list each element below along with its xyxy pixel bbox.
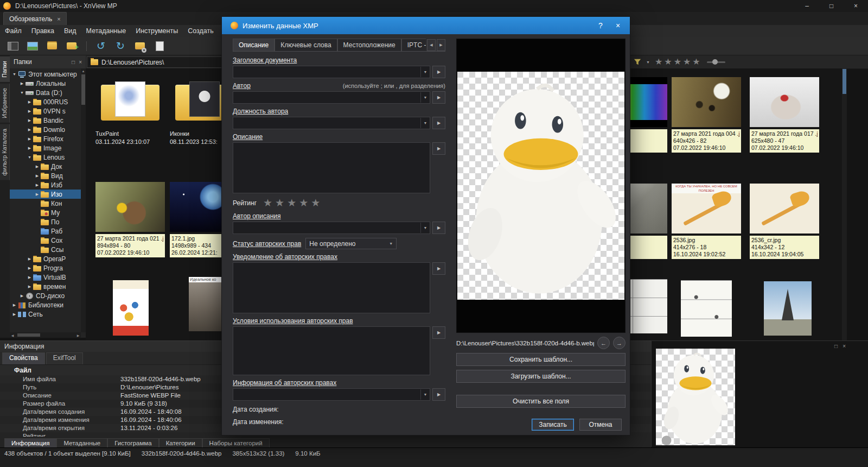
author-title-input[interactable]: ▼ — [233, 117, 430, 129]
previous-file-button[interactable]: ← — [597, 337, 610, 349]
thumbnail-item[interactable]: 27 марта 2021 года 021 .jpg 894x894 - 80… — [95, 182, 165, 257]
filter-dropdown-icon[interactable]: ▼ — [646, 60, 650, 64]
menu-item[interactable]: Метаданные — [81, 25, 131, 37]
rating-stars[interactable]: ★★★★★ — [263, 198, 323, 209]
doc-title-input[interactable]: ▼ — [233, 66, 430, 78]
thumbnail-size-slider[interactable] — [707, 61, 725, 63]
copyright-notice-action-button[interactable]: ▶ — [432, 262, 445, 275]
redo-icon[interactable]: ↻ — [113, 39, 127, 53]
tree-vertical-scrollbar[interactable]: ▲ — [81, 68, 86, 332]
tree-item[interactable]: ▶ Progra — [10, 263, 81, 273]
thumbnail-image[interactable] — [750, 77, 819, 127]
bottom-panel-tab[interactable]: Гистограмма — [107, 438, 158, 447]
dropdown-arrow-icon[interactable]: ▼ — [420, 92, 430, 103]
tree-item[interactable]: ▶ 0VPN s — [10, 106, 81, 116]
expander-icon[interactable]: ▶ — [27, 257, 33, 261]
clipboard-icon[interactable] — [152, 39, 167, 53]
dropdown-arrow-icon[interactable]: ▼ — [420, 389, 430, 400]
expander-icon[interactable]: ▶ — [11, 303, 17, 307]
tree-item[interactable]: ▶ 000RUS — [10, 97, 81, 106]
thumbnail-item[interactable]: 255.jpg :05 — [629, 184, 667, 259]
tree-item[interactable]: ▶ Локальны — [10, 79, 81, 88]
tab-close-icon[interactable]: × — [57, 16, 60, 22]
expander-icon[interactable]: ▶ — [27, 275, 33, 280]
bottom-panel-tab[interactable]: Метаданные — [56, 438, 107, 447]
dialog-close-button[interactable]: × — [611, 21, 624, 30]
menu-item[interactable]: Инструменты — [131, 25, 183, 37]
tab-scroll-right-button[interactable]: ▶ — [437, 39, 445, 51]
expander-icon[interactable]: ▼ — [27, 155, 33, 159]
author-input[interactable]: ▼ — [233, 91, 430, 104]
tree-item[interactable]: ▶ CD-диско — [10, 291, 81, 300]
tree-item[interactable]: ▶ VirtualB — [10, 273, 81, 282]
copyright-terms-label[interactable]: Условия использования авторских прав — [233, 317, 445, 325]
panel-float-icon[interactable]: □ — [72, 59, 75, 65]
thumbnail-item[interactable]: :46 — [629, 77, 667, 153]
side-tab[interactable]: фильтр Каталога — [0, 124, 10, 180]
expander-icon[interactable]: ▶ — [34, 183, 40, 187]
tab-scroll-left-button[interactable]: ◀ — [427, 39, 436, 51]
menu-item[interactable]: Вид — [59, 25, 81, 37]
bottom-panel-tab[interactable]: Категории — [159, 438, 202, 447]
thumbnail-image[interactable] — [113, 280, 149, 336]
tree-item[interactable]: ▶ Док — [10, 162, 81, 171]
expander-icon[interactable]: ▼ — [19, 91, 25, 94]
author-action-button[interactable]: ▶ — [432, 91, 445, 104]
expander-icon[interactable]: ▶ — [27, 137, 33, 141]
description-action-button[interactable]: ▶ — [432, 142, 445, 155]
copyright-info-action-button[interactable]: ▶ — [432, 388, 445, 401]
thumbnail-item[interactable]: 27 марта 2021 года 017 .jpg 625x480 - 47… — [750, 77, 819, 153]
side-tab[interactable]: Избранное — [0, 84, 10, 123]
folder-tree-icon[interactable] — [45, 39, 59, 53]
thumbnail-image[interactable]: КОГДА ТЫ УНИКАЛЕН, НО НЕ СОВСЕМ ПОЛЕЗЕН — [672, 184, 741, 234]
caption-writer-input[interactable]: ▼ — [233, 222, 430, 234]
tab-browser[interactable]: Обозреватель × — [3, 12, 67, 25]
minimize-button[interactable]: – — [795, 0, 819, 12]
tree-item[interactable]: ▶ Bandic — [10, 116, 81, 125]
tree-item[interactable]: Раб — [10, 226, 81, 236]
tree-item[interactable]: ▶ Firefox — [10, 134, 81, 143]
folder-settings-icon[interactable] — [133, 39, 147, 53]
browser-vertical-scrollbar[interactable] — [842, 68, 847, 340]
expander-icon[interactable]: ▶ — [27, 118, 33, 123]
bottom-panel-tab[interactable]: Информация — [4, 438, 56, 447]
maximize-button[interactable]: □ — [819, 0, 844, 12]
expander-icon[interactable]: ▶ — [27, 285, 33, 289]
expander-icon[interactable]: ▶ — [27, 146, 33, 150]
dropdown-arrow-icon[interactable]: ▼ — [420, 67, 430, 77]
tree-item[interactable]: Му — [10, 208, 81, 217]
toolbar-separator[interactable] — [84, 39, 88, 53]
thumbnail-image[interactable] — [750, 184, 819, 234]
thumbnail-item[interactable]: КОГДА ТЫ УНИКАЛЕН, НО НЕ СОВСЕМ ПОЛЕЗЕН … — [672, 184, 741, 259]
thumbnail-image[interactable] — [672, 77, 741, 127]
side-tab[interactable]: Папки — [0, 56, 10, 82]
copyright-terms-action-button[interactable]: ▶ — [432, 326, 445, 339]
menu-item[interactable]: Правка — [27, 25, 59, 37]
expander-icon[interactable]: ▶ — [19, 294, 25, 298]
scroll-left-icon[interactable]: ◀ — [10, 333, 15, 337]
copyright-status-select[interactable]: Не определено ▼ — [305, 238, 397, 249]
menu-item[interactable]: Создать — [183, 25, 219, 37]
cancel-button[interactable]: Отмена — [579, 419, 622, 431]
pane-close-icon[interactable]: × — [843, 343, 846, 349]
write-button[interactable]: Записать — [532, 419, 574, 431]
expander-icon[interactable]: ▶ — [34, 192, 40, 197]
dialog-titlebar[interactable]: Изменить данные XMP ? × — [222, 17, 630, 34]
thumbnail-item[interactable] — [764, 281, 812, 336]
filter-funnel-icon[interactable] — [634, 58, 641, 66]
expander-icon[interactable]: ▼ — [11, 72, 17, 76]
caption-writer-action-button[interactable]: ▶ — [432, 222, 445, 234]
scroll-up-icon[interactable]: ▲ — [81, 68, 86, 74]
author-label[interactable]: Автор — [233, 82, 251, 90]
panel-close-icon[interactable]: × — [79, 59, 82, 65]
tree-horizontal-scrollbar[interactable]: ◀ ▶ — [10, 332, 81, 338]
tree-item[interactable]: ▼ Этот компьютер — [10, 70, 81, 79]
bottom-panel-tab[interactable]: Наборы категорий — [202, 438, 270, 447]
dropdown-arrow-icon[interactable]: ▼ — [420, 223, 430, 233]
copyright-terms-textarea[interactable] — [233, 326, 430, 375]
author-title-action-button[interactable]: ▶ — [432, 117, 445, 129]
thumbnail-item[interactable] — [629, 279, 667, 333]
expander-icon[interactable]: ▶ — [27, 128, 33, 132]
doc-title-action-button[interactable]: ▶ — [432, 66, 445, 78]
expander-icon[interactable]: ▶ — [11, 312, 17, 317]
